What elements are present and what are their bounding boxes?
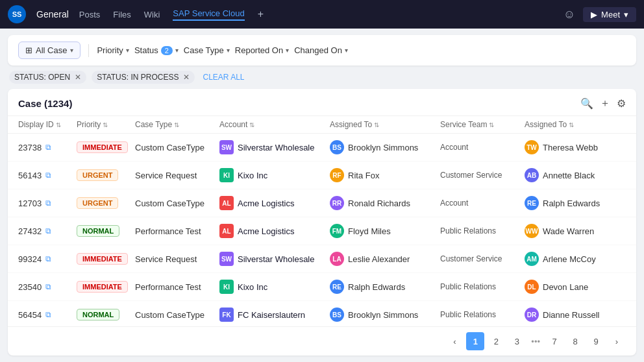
assigned-avatar: BS [330, 308, 344, 322]
page-8-button[interactable]: 8 [566, 332, 584, 350]
table-title: Case (1234) [18, 98, 72, 109]
table-header: Case (1234) 🔍 ＋ ⚙ [8, 89, 636, 116]
table-row[interactable]: 12703 ⧉ URGENT Custom CaseType AL Acme L… [8, 189, 636, 217]
table-row[interactable]: 27432 ⧉ NORMAL Performance Test AL Acme … [8, 217, 636, 245]
assigned2-name: Theresa Webb [543, 143, 598, 152]
assigned-name: Rita Fox [348, 171, 379, 180]
col-case-type[interactable]: Case Type ⇅ [135, 120, 219, 129]
page-2-button[interactable]: 2 [487, 332, 505, 350]
cell-case-type: Service Request [135, 171, 219, 180]
video-icon: ▶ [591, 10, 597, 19]
cell-service-team: Account [440, 143, 525, 152]
status-filter[interactable]: Status 2 ▾ [134, 45, 179, 55]
cell-assigned2: AB Annette Black [525, 168, 622, 182]
page-3-button[interactable]: 3 [508, 332, 526, 350]
cell-priority: IMMEDIATE [77, 281, 135, 293]
open-case-icon[interactable]: ⧉ [45, 226, 51, 235]
chevron-allcase-icon: ▾ [70, 47, 73, 54]
changed-on-filter[interactable]: Changed On ▾ [294, 45, 348, 55]
assigned2-name: Ralph Edwards [543, 199, 600, 208]
cell-case-type: Performance Test [135, 226, 219, 236]
prev-page-button[interactable]: ‹ [445, 332, 464, 350]
page-7-button[interactable]: 7 [545, 332, 564, 350]
meet-button[interactable]: ▶ Meet ▾ [583, 7, 636, 22]
sort-priority-icon: ⇅ [103, 121, 108, 128]
cell-account: AL Acme Logistics [219, 224, 330, 238]
sort-casetype-icon: ⇅ [174, 121, 179, 128]
search-icon[interactable]: 🔍 [580, 97, 593, 110]
page-1-button[interactable]: 1 [466, 332, 484, 350]
open-case-icon[interactable]: ⧉ [45, 254, 51, 263]
assigned2-avatar: AB [525, 168, 539, 182]
open-case-icon[interactable]: ⧉ [45, 282, 51, 291]
account-name: Acme Logistics [238, 199, 294, 208]
assigned-avatar: LA [330, 252, 344, 266]
reported-on-filter[interactable]: Reported On ▾ [235, 45, 289, 55]
cell-case-type: Custom CaseType [135, 199, 219, 208]
assigned2-name: Arlene McCoy [543, 254, 596, 264]
open-case-icon[interactable]: ⧉ [45, 171, 51, 180]
nav-links: Posts Files Wiki SAP Service Cloud + [79, 8, 264, 21]
table-row[interactable]: 23540 ⧉ IMMEDIATE Performance Test KI Ki… [8, 273, 636, 301]
sort-assigned-icon: ⇅ [374, 121, 379, 128]
col-service-team[interactable]: Service Team ⇅ [440, 120, 525, 129]
account-avatar: KI [219, 280, 234, 294]
open-case-icon[interactable]: ⧉ [45, 199, 51, 208]
nav-link-wiki[interactable]: Wiki [144, 10, 160, 19]
cell-assigned2: DR Dianne Russell [525, 308, 622, 322]
nav-link-posts[interactable]: Posts [79, 10, 101, 19]
table-row[interactable]: 99324 ⧉ IMMEDIATE Service Request SW Sil… [8, 245, 636, 273]
active-filters: STATUS: OPEN ✕ STATUS: IN PROCESS ✕ CLEA… [8, 71, 636, 84]
cell-assigned: LA Leslie Alexander [330, 252, 440, 266]
table-row[interactable]: 56143 ⧉ URGENT Service Request KI Kixo I… [8, 162, 636, 189]
col-assigned-to2[interactable]: Assigned To ⇅ [525, 120, 622, 129]
sort-id-icon: ⇅ [56, 121, 61, 128]
all-case-filter[interactable]: ⊞ All Case ▾ [18, 42, 80, 59]
col-assigned-to[interactable]: Assigned To ⇅ [330, 120, 440, 129]
add-icon[interactable]: ＋ [600, 97, 610, 110]
open-case-icon[interactable]: ⧉ [45, 310, 51, 319]
main-content: ⊞ All Case ▾ Priority ▾ Status 2 ▾ Case … [0, 29, 644, 362]
next-page-button[interactable]: › [608, 332, 626, 350]
assigned-avatar: RR [330, 196, 344, 210]
clear-all-button[interactable]: CLEAR ALL [203, 73, 244, 82]
cell-assigned2: DL Devon Lane [525, 280, 622, 294]
emoji-icon[interactable]: ☺ [564, 8, 575, 21]
assigned-name: Ralph Edwards [348, 282, 405, 292]
table-row[interactable]: 56454 ⧉ NORMAL Custom CaseType FK FC Kai… [8, 301, 636, 326]
settings-icon[interactable]: ⚙ [617, 97, 626, 110]
assigned-avatar: BS [330, 140, 344, 154]
remove-inprocess-filter[interactable]: ✕ [183, 73, 190, 82]
col-priority[interactable]: Priority ⇅ [77, 120, 135, 129]
priority-filter[interactable]: Priority ▾ [97, 45, 129, 55]
case-type-filter[interactable]: Case Type ▾ [184, 45, 230, 55]
page-9-button[interactable]: 9 [587, 332, 605, 350]
col-account[interactable]: Account ⇅ [219, 120, 330, 129]
cell-assigned: FM Floyd Miles [330, 224, 440, 238]
case-table: Case (1234) 🔍 ＋ ⚙ Display ID ⇅ Priority … [8, 89, 636, 356]
page-dots: ••• [528, 337, 543, 346]
cell-account: FK FC Kaiserslautern [219, 308, 330, 322]
grid-icon: ⊞ [25, 45, 32, 55]
assigned2-avatar: RE [525, 196, 539, 210]
assigned-avatar: RF [330, 168, 344, 182]
assigned2-name: Dianne Russell [543, 310, 599, 320]
assigned2-avatar: AM [525, 252, 539, 266]
table-row[interactable]: 23738 ⧉ IMMEDIATE Custom CaseType SW Sil… [8, 134, 636, 162]
account-avatar: SW [219, 140, 234, 154]
cell-id: 23738 ⧉ [18, 143, 77, 152]
nav-link-sap[interactable]: SAP Service Cloud [173, 8, 244, 21]
nav-link-files[interactable]: Files [113, 10, 130, 19]
remove-open-filter[interactable]: ✕ [75, 73, 81, 82]
cell-priority: NORMAL [77, 225, 135, 237]
chevron-casetype-icon: ▾ [227, 47, 230, 54]
nav-add-icon[interactable]: + [258, 8, 264, 20]
open-case-icon[interactable]: ⧉ [45, 143, 51, 152]
cell-id: 56143 ⧉ [18, 171, 77, 180]
cell-priority: NORMAL [77, 309, 135, 320]
cell-priority: URGENT [77, 169, 135, 181]
cell-case-type: Custom CaseType [135, 143, 219, 152]
column-headers: Display ID ⇅ Priority ⇅ Case Type ⇅ Acco… [8, 116, 636, 134]
chevron-priority-icon: ▾ [126, 47, 129, 54]
col-display-id[interactable]: Display ID ⇅ [18, 120, 77, 129]
